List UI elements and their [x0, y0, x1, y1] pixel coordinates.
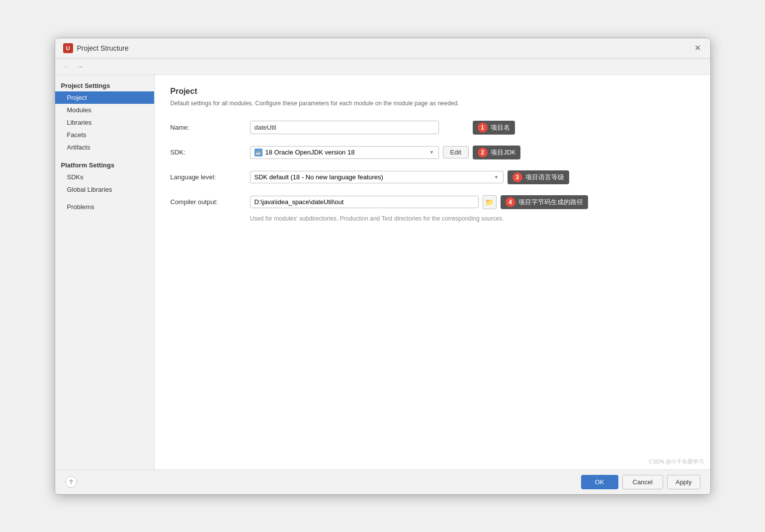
back-button[interactable]: ← — [61, 62, 72, 72]
footer: ? OK Cancel Apply — [55, 469, 710, 494]
sdk-row: SDK: ☕ 18 Oracle OpenJDK version 18 ▼ Ed… — [170, 146, 694, 159]
sdk-dropdown[interactable]: ☕ 18 Oracle OpenJDK version 18 ▼ — [250, 146, 439, 159]
ok-button[interactable]: OK — [581, 475, 618, 489]
badge-number-2: 2 — [478, 148, 488, 157]
compiler-input[interactable] — [250, 196, 479, 208]
main-content: Project Default settings for all modules… — [155, 75, 710, 469]
platform-settings-heading: Platform Settings — [55, 158, 154, 171]
annotation-4: 4 项目字节码生成的路径 — [501, 195, 588, 209]
badge-number-1: 1 — [478, 123, 488, 133]
sidebar-item-libraries[interactable]: Libraries — [55, 116, 154, 129]
sidebar-item-artifacts[interactable]: Artifacts — [55, 141, 154, 153]
language-row: Language level: SDK default (18 - No new… — [170, 170, 694, 184]
title-bar: U Project Structure ✕ — [55, 38, 710, 59]
sdk-icon: ☕ — [255, 149, 262, 156]
sidebar: Project Settings Project Modules Librari… — [55, 75, 155, 469]
nav-bar: ← → — [55, 59, 710, 75]
sidebar-item-global-libraries[interactable]: Global Libraries — [55, 183, 154, 196]
name-input[interactable] — [250, 121, 439, 134]
sdk-value: 18 Oracle OpenJDK version 18 — [265, 149, 355, 156]
project-structure-dialog: U Project Structure ✕ ← → Project Settin… — [55, 38, 711, 495]
language-dropdown-arrow: ▼ — [494, 174, 499, 180]
help-button[interactable]: ? — [65, 476, 77, 488]
app-icon: U — [63, 43, 73, 53]
folder-button[interactable]: 📁 — [483, 195, 497, 209]
sdk-label: SDK: — [170, 149, 250, 156]
language-value: SDK default (18 - No new language featur… — [255, 173, 383, 181]
section-title: Project — [170, 87, 694, 96]
cancel-button[interactable]: Cancel — [622, 475, 663, 489]
language-dropdown[interactable]: SDK default (18 - No new language featur… — [250, 171, 504, 183]
body: Project Settings Project Modules Librari… — [55, 75, 710, 469]
forward-button[interactable]: → — [75, 62, 86, 72]
sidebar-item-facets[interactable]: Facets — [55, 129, 154, 141]
close-button[interactable]: ✕ — [693, 44, 702, 53]
annotation-label-2: 项目JDK — [491, 148, 516, 157]
sidebar-item-problems[interactable]: Problems — [55, 201, 154, 213]
sdk-controls: ☕ 18 Oracle OpenJDK version 18 ▼ Edit — [250, 146, 469, 159]
dialog-title: Project Structure — [77, 44, 129, 52]
name-control — [250, 121, 469, 134]
annotation-2: 2 项目JDK — [473, 146, 521, 159]
apply-button[interactable]: Apply — [667, 475, 700, 489]
annotation-label-1: 项目名 — [491, 123, 510, 132]
sidebar-item-modules[interactable]: Modules — [55, 104, 154, 116]
language-label: Language level: — [170, 173, 250, 181]
project-settings-heading: Project Settings — [55, 79, 154, 91]
sidebar-item-project[interactable]: Project — [55, 91, 154, 104]
badge-number-4: 4 — [506, 197, 515, 207]
sdk-dropdown-arrow: ▼ — [429, 150, 434, 155]
name-row: Name: 1 项目名 — [170, 121, 694, 135]
annotation-label-4: 项目字节码生成的路径 — [518, 198, 583, 207]
annotation-label-3: 项目语言等级 — [525, 173, 564, 182]
edit-sdk-button[interactable]: Edit — [443, 146, 469, 158]
folder-icon: 📁 — [485, 198, 494, 206]
section-desc: Default settings for all modules. Config… — [170, 100, 694, 107]
compiler-label: Compiler output: — [170, 198, 250, 206]
sidebar-item-sdks[interactable]: SDKs — [55, 171, 154, 183]
annotation-1: 1 项目名 — [473, 121, 515, 135]
compiler-note: Used for modules' subdirectories, Produc… — [250, 215, 694, 222]
name-label: Name: — [170, 124, 250, 131]
badge-number-3: 3 — [512, 172, 522, 182]
watermark: CSDN @小千头爱学习 — [649, 458, 704, 465]
compiler-controls: 📁 — [250, 195, 497, 209]
annotation-3: 3 项目语言等级 — [508, 170, 569, 184]
compiler-row: Compiler output: 📁 4 项目字节码生成的路径 — [170, 195, 694, 209]
